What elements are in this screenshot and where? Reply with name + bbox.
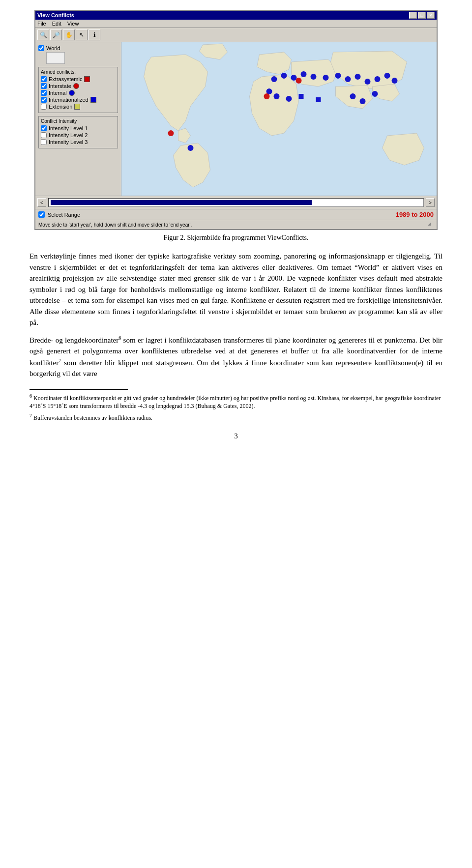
svg-point-5 xyxy=(311,74,317,80)
intensity-level1-label: Intensity Level 1 xyxy=(49,125,88,131)
svg-point-15 xyxy=(274,93,280,99)
left-panel: World Armed conflicts: Extrasystemic Int… xyxy=(35,42,121,196)
minimize-button[interactable]: _ xyxy=(409,12,417,19)
intensity-level2-row: Intensity Level 2 xyxy=(41,132,116,138)
page-number: 3 xyxy=(30,432,442,440)
toolbar: 🔍 🔎 ✋ ↖ ℹ xyxy=(35,28,437,42)
svg-point-17 xyxy=(350,93,356,99)
svg-point-19 xyxy=(372,91,378,97)
armed-conflicts-label: Armed conflicts: xyxy=(41,69,116,75)
extrasystemic-label: Extrasystemic xyxy=(49,76,82,82)
interstate-checkbox[interactable] xyxy=(41,83,47,89)
footnote-6: 6 Koordinater til konfliktsenterpunkt er… xyxy=(30,393,442,411)
select-button[interactable]: ↖ xyxy=(76,29,88,40)
extension-label: Extension xyxy=(49,104,72,110)
intensity-level3-label: Intensity Level 3 xyxy=(49,139,88,145)
svg-point-16 xyxy=(286,96,292,102)
svg-point-23 xyxy=(296,78,302,84)
svg-point-6 xyxy=(323,75,329,81)
svg-point-2 xyxy=(281,73,287,79)
svg-point-9 xyxy=(355,74,361,80)
interstate-row: Interstate xyxy=(41,83,116,89)
status-bar: Move slide to 'start year', hold down sh… xyxy=(35,220,437,229)
slider-left-arrow[interactable]: < xyxy=(37,198,46,207)
zoom-out-button[interactable]: 🔎 xyxy=(50,29,62,40)
select-range-row: Select Range xyxy=(38,211,80,218)
interstate-label: Interstate xyxy=(49,83,71,89)
svg-point-12 xyxy=(384,73,390,79)
svg-point-7 xyxy=(335,73,341,79)
world-checkbox-row: World xyxy=(38,45,118,51)
world-label: World xyxy=(46,45,60,51)
svg-point-4 xyxy=(301,71,307,77)
maximize-button[interactable]: □ xyxy=(418,12,426,19)
slider-bar: < · · · · · · · · · · · · · · · · · · · … xyxy=(35,196,437,209)
figure-caption: Figur 2. Skjermbilde fra programmet View… xyxy=(30,234,442,242)
bottom-bar: Select Range 1989 to 2000 xyxy=(35,209,437,220)
internal-label: Internal xyxy=(49,90,67,96)
paragraph-2: Bredde- og lengdekoordinater6 som er lag… xyxy=(30,334,442,379)
footnote-rule xyxy=(30,389,128,390)
extrasystemic-row: Extrasystemic xyxy=(41,76,116,82)
slider-track[interactable]: · · · · · · · · · · · · · · · · · · · · … xyxy=(48,198,424,207)
window-title: View Conflicts xyxy=(37,12,74,18)
svg-point-25 xyxy=(168,130,174,136)
extension-color xyxy=(74,104,80,110)
intensity-level1-row: Intensity Level 1 xyxy=(41,125,116,131)
extension-row: Extension xyxy=(41,104,116,110)
svg-rect-21 xyxy=(299,94,304,99)
info-button[interactable]: ℹ xyxy=(88,29,100,40)
internationalized-row: Internationalized xyxy=(41,97,116,103)
conflict-intensity-label: Conflict Intensity xyxy=(41,118,116,124)
intensity-level3-checkbox[interactable] xyxy=(41,139,47,145)
map-area xyxy=(121,42,437,196)
main-area: World Armed conflicts: Extrasystemic Int… xyxy=(35,42,437,196)
svg-point-20 xyxy=(188,145,194,151)
internationalized-checkbox[interactable] xyxy=(41,97,47,103)
svg-point-11 xyxy=(375,76,381,82)
svg-point-18 xyxy=(360,98,366,104)
armed-conflicts-group: Armed conflicts: Extrasystemic Interstat… xyxy=(38,67,118,113)
select-range-checkbox[interactable] xyxy=(38,211,45,218)
menu-view[interactable]: View xyxy=(67,21,79,27)
menu-bar: File Edit View xyxy=(35,20,437,28)
conflict-intensity-group: Conflict Intensity Intensity Level 1 Int… xyxy=(38,116,118,148)
intensity-level2-label: Intensity Level 2 xyxy=(49,132,88,138)
world-map-svg xyxy=(121,42,437,195)
status-message: Move slide to 'start year', hold down sh… xyxy=(38,222,192,228)
app-window: View Conflicts _ □ × File Edit View 🔍 🔎 … xyxy=(34,10,438,230)
internal-color xyxy=(69,90,75,96)
intensity-level1-checkbox[interactable] xyxy=(41,125,47,131)
title-bar-controls: _ □ × xyxy=(409,12,435,19)
world-color-swatch xyxy=(46,52,65,64)
menu-file[interactable]: File xyxy=(37,21,46,27)
resize-grip[interactable]: ◢ xyxy=(428,222,434,228)
svg-point-8 xyxy=(345,76,351,82)
internal-checkbox[interactable] xyxy=(41,90,47,96)
intensity-level2-checkbox[interactable] xyxy=(41,132,47,138)
footnote-7: 7 Bufferavstanden bestemmes av konflikte… xyxy=(30,412,442,422)
title-bar: View Conflicts _ □ × xyxy=(35,11,437,20)
intensity-level3-row: Intensity Level 3 xyxy=(41,139,116,145)
world-checkbox[interactable] xyxy=(38,45,44,51)
internationalized-color xyxy=(90,97,96,103)
extrasystemic-checkbox[interactable] xyxy=(41,76,47,82)
svg-rect-22 xyxy=(316,97,321,102)
svg-point-3 xyxy=(291,75,297,81)
close-button[interactable]: × xyxy=(427,12,435,19)
zoom-in-button[interactable]: 🔍 xyxy=(37,29,49,40)
interstate-color xyxy=(73,83,79,89)
svg-point-24 xyxy=(264,93,270,99)
paragraph-1: En verktøylinje finnes med ikoner der ty… xyxy=(30,251,442,328)
slider-right-arrow[interactable]: > xyxy=(426,198,435,207)
select-range-label: Select Range xyxy=(48,212,80,218)
internal-row: Internal xyxy=(41,90,116,96)
extrasystemic-color xyxy=(84,76,90,82)
pan-button[interactable]: ✋ xyxy=(63,29,75,40)
svg-point-1 xyxy=(271,76,277,82)
slider-dots: · · · · · · · · · · · · · · · · · · · · … xyxy=(51,203,421,206)
svg-point-13 xyxy=(392,78,398,84)
menu-edit[interactable]: Edit xyxy=(52,21,61,27)
year-range-label: 1989 to 2000 xyxy=(396,211,434,218)
extension-checkbox[interactable] xyxy=(41,104,47,110)
